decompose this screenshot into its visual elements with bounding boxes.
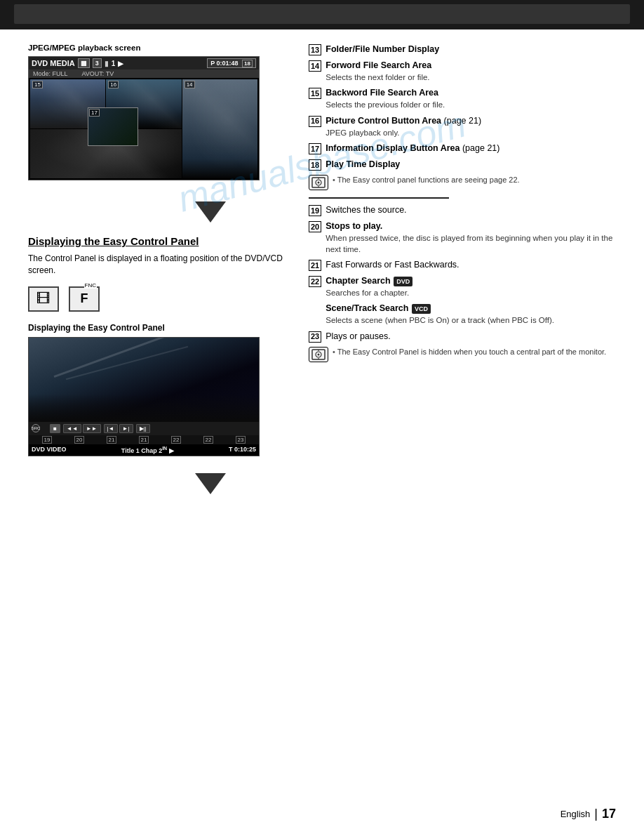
item-22: 22 Chapter Search DVD Searches for a cha… bbox=[309, 275, 623, 326]
note-text-2: • The Easy Control Panel is hidden when … bbox=[333, 347, 606, 357]
dvd-video-screen: SRC ■ ◄◄ ►► |◄ ►| ▶|| 19 20 bbox=[28, 337, 260, 456]
items-group-2: 19 Switches the source. 20 Stops to play… bbox=[309, 204, 623, 343]
item-16-content: Picture Control Button Area (page 21) JP… bbox=[326, 115, 623, 138]
note-icon-1 bbox=[309, 175, 328, 190]
ctrl-btn-23: ▶|| bbox=[136, 424, 150, 433]
ctrl-num-22a: 22 bbox=[171, 436, 182, 444]
arrow-down-2-container bbox=[28, 466, 295, 507]
ctrl-num-21b: 21 bbox=[139, 436, 149, 444]
ctrl-num-21a: 21 bbox=[107, 436, 117, 444]
dvd-media-screen: DVD MEDIA ▩ 3 ▮ 1 ▶ P 0:01:48 18 Mode: F… bbox=[28, 56, 260, 180]
ctrl-num-row: 19 20 21 21 22 22 23 bbox=[29, 435, 259, 444]
svg-point-2 bbox=[318, 182, 320, 184]
dvd-time-badge: 18 bbox=[242, 60, 253, 67]
item-22-badge-dvd: DVD bbox=[394, 277, 412, 286]
item-22-badge-vcd: VCD bbox=[412, 304, 431, 314]
item-21: 21 Fast Forwards or Fast Backwards. bbox=[309, 259, 623, 271]
item-16-sub: JPEG playback only. bbox=[326, 128, 623, 139]
item-23-title: Plays or pauses. bbox=[326, 331, 390, 341]
item-18-title: Play Time Display bbox=[326, 159, 400, 169]
dvd-time-text: P 0:01:48 bbox=[210, 60, 238, 67]
item-13: 13 Folder/File Number Display bbox=[309, 44, 623, 55]
footer-title-info: Title 1 Chap 2IN ▶ bbox=[121, 446, 174, 454]
item-19-num: 19 bbox=[309, 205, 321, 216]
divider bbox=[309, 197, 449, 199]
dvd-title: DVD MEDIA bbox=[32, 59, 75, 67]
arrow-down-1 bbox=[195, 201, 226, 223]
ctrl-src: SRC bbox=[32, 424, 40, 432]
dvd-thumb-15-label: 15 bbox=[32, 81, 43, 88]
ctrl-btn-prev: |◄ bbox=[104, 424, 118, 433]
item-15-title: Backword File Search Area bbox=[326, 88, 438, 98]
ctrl-btn-next: ►| bbox=[119, 424, 133, 433]
ctrl-num-23: 23 bbox=[236, 436, 246, 444]
item-14-sub: Selects the next folder or file. bbox=[326, 72, 623, 84]
item-16-suffix: (page 21) bbox=[444, 116, 482, 126]
item-21-num: 21 bbox=[309, 260, 321, 271]
dvd-time-display: P 0:01:48 18 bbox=[207, 58, 256, 68]
left-column: JPEG/MPEG playback screen DVD MEDIA ▩ 3 … bbox=[28, 44, 295, 507]
footer-dvd-video: DVD VIDEO bbox=[32, 446, 67, 454]
note-svg-2 bbox=[311, 349, 326, 360]
item-22-content: Chapter Search DVD Searches for a chapte… bbox=[326, 275, 623, 326]
arrow-down-2 bbox=[195, 473, 226, 494]
dvd-thumb-14-label: 14 bbox=[185, 81, 195, 88]
dvd-thumb-16-label: 16 bbox=[108, 81, 119, 88]
footer-language: English bbox=[561, 809, 591, 819]
dvd-num2: 1 bbox=[112, 60, 116, 67]
item-20: 20 Stops to play. When pressed twice, th… bbox=[309, 220, 623, 255]
svg-point-7 bbox=[318, 353, 320, 355]
item-16: 16 Picture Control Button Area (page 21)… bbox=[309, 115, 623, 138]
item-17: 17 Information Display Button Area (page… bbox=[309, 143, 623, 154]
note-text-1-content: The Easy control panel functions are see… bbox=[337, 176, 520, 184]
item-22-num: 22 bbox=[309, 276, 321, 287]
item-20-sub: When pressed twice, the disc is played f… bbox=[326, 233, 623, 255]
ctrl-btns-21: ◄◄ ►► bbox=[63, 424, 101, 433]
item-18-num: 18 bbox=[309, 159, 321, 171]
note-box-2: • The Easy Control Panel is hidden when … bbox=[309, 347, 623, 362]
footer-separator: | bbox=[594, 807, 598, 821]
ctrl-btn-20: ■ bbox=[50, 424, 60, 433]
item-15-sub: Selects the previous folder or file. bbox=[326, 100, 623, 111]
item-15: 15 Backword File Search Area Selects the… bbox=[309, 87, 623, 110]
item-22-sub: Searches for a chapter. bbox=[326, 288, 623, 299]
f-button-icon-box: FNC F bbox=[69, 286, 100, 312]
item-19-title: Switches the source. bbox=[326, 205, 406, 215]
note-text-1: • The Easy control panel functions are s… bbox=[333, 175, 520, 185]
item-19: 19 Switches the source. bbox=[309, 204, 623, 216]
dvd-screen-header: DVD MEDIA ▩ 3 ▮ 1 ▶ P 0:01:48 18 bbox=[29, 57, 259, 70]
item-23-num: 23 bbox=[309, 331, 321, 343]
fnc-label: FNC bbox=[84, 282, 97, 289]
item-22-sub2: Selects a scene (when PBC is On) or a tr… bbox=[326, 315, 623, 326]
dvd-play-icon: ▶ bbox=[118, 60, 123, 67]
item-13-title: Folder/File Number Display bbox=[326, 44, 439, 54]
item-14-title: Forword File Search Area bbox=[326, 60, 431, 70]
item-23: 23 Plays or pauses. bbox=[309, 331, 623, 343]
item-20-content: Stops to play. When pressed twice, the d… bbox=[326, 220, 623, 255]
footer-time: T 0:10:25 bbox=[229, 446, 256, 454]
item-21-content: Fast Forwards or Fast Backwards. bbox=[326, 259, 623, 271]
note-icon-2 bbox=[309, 347, 328, 362]
dvd-mode-bar: Mode: FULL AVOUT: TV bbox=[29, 70, 259, 78]
item-15-num: 15 bbox=[309, 88, 321, 99]
item-20-title: Stops to play. bbox=[326, 221, 382, 231]
ctrl-num-20: 20 bbox=[74, 436, 85, 444]
item-18-content: Play Time Display bbox=[326, 159, 623, 171]
item-19-content: Switches the source. bbox=[326, 204, 623, 216]
item-18: 18 Play Time Display bbox=[309, 159, 623, 171]
icon-row: 🎞 FNC F bbox=[28, 286, 295, 312]
ctrl-btn-rw: ◄◄ bbox=[63, 424, 81, 433]
ctrl-btn-ff: ►► bbox=[83, 424, 101, 433]
dvd-thumb-14: 14 bbox=[182, 79, 257, 178]
jpeg-mpeg-label: JPEG/MPEG playback screen bbox=[28, 44, 295, 52]
page-number: 17 bbox=[602, 807, 616, 821]
film-icon-box: 🎞 bbox=[28, 286, 59, 312]
page-footer: English | 17 bbox=[561, 807, 616, 821]
dvd-thumbnails: 15 16 14 17 bbox=[29, 78, 259, 180]
item-14-content: Forword File Search Area Selects the nex… bbox=[326, 60, 623, 83]
note-svg-1 bbox=[311, 177, 326, 188]
item-22-title: Chapter Search bbox=[326, 276, 390, 286]
item-13-num: 13 bbox=[309, 44, 321, 55]
item-16-title: Picture Control Button Area bbox=[326, 116, 441, 126]
item-23-content: Plays or pauses. bbox=[326, 331, 623, 343]
